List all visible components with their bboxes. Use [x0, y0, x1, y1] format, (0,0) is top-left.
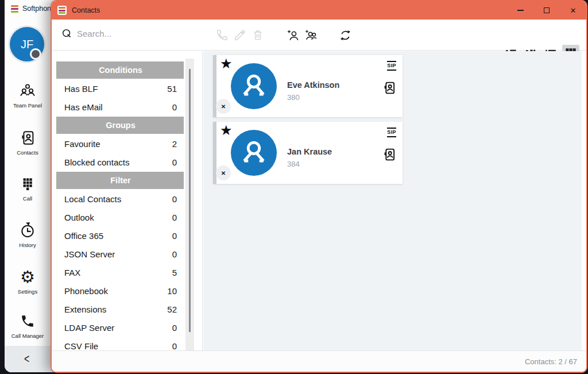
filter-row[interactable]: Blocked contacts 0 [56, 153, 184, 171]
close-button[interactable]: ✕ [560, 1, 586, 20]
filter-row[interactable]: Extensions 52 [56, 300, 184, 318]
filter-label: Has BLF [64, 84, 167, 94]
window-logo-icon [57, 6, 67, 15]
maximize-icon [544, 7, 550, 13]
favourite-star-icon[interactable]: ★ [220, 56, 233, 72]
contacts-icon [19, 129, 36, 146]
filter-row[interactable]: JSON Server 0 [56, 245, 184, 263]
filter-row[interactable]: Local Contacts 0 [56, 190, 184, 207]
search-icon [62, 29, 72, 38]
sidebar-item-label: History [5, 242, 51, 248]
remove-favourite-button[interactable]: ✕ [216, 99, 231, 114]
contacts-window: Contacts ✕ [51, 0, 587, 373]
toolbar-action[interactable] [304, 29, 317, 41]
sidebar-item[interactable]: History [5, 221, 51, 248]
collapse-chevron-icon: < [24, 352, 29, 366]
sidebar-item[interactable]: Team Panel [5, 82, 51, 109]
sidebar-item[interactable]: Call Manager [5, 312, 51, 339]
toolbar [52, 20, 586, 51]
filter-label: Conditions [99, 65, 142, 75]
contact-card[interactable]: ★ Jan Krause 384 SIP [213, 122, 403, 184]
sidebar-item-label: Team Panel [5, 102, 51, 109]
filter-count: 0 [172, 194, 177, 204]
sidebar-item-label: Settings [5, 288, 51, 295]
toolbar-action[interactable] [287, 29, 299, 41]
contact-avatar [231, 130, 277, 176]
app-logo-icon [11, 5, 18, 13]
team-panel-icon [19, 82, 36, 99]
history-icon [19, 222, 36, 239]
filter-scrollbar-track[interactable] [185, 59, 194, 353]
search-box[interactable] [62, 29, 186, 38]
contact-details-icon[interactable] [382, 80, 397, 95]
filter-row[interactable]: Outlook 0 [56, 209, 184, 226]
contact-number: 380 [287, 93, 300, 102]
dialpad-icon [20, 176, 36, 192]
maximize-button[interactable] [533, 1, 560, 20]
filter-label: Filter [110, 176, 130, 185]
sidebar-item[interactable]: ⚙ Settings [5, 268, 51, 295]
add-contact-icon [287, 29, 299, 42]
filter-scrollbar-thumb[interactable] [189, 69, 191, 332]
filter-count: 0 [172, 249, 177, 259]
filter-row[interactable]: Office 365 0 [56, 227, 184, 244]
remove-favourite-button[interactable]: ✕ [216, 165, 231, 180]
filter-count: 0 [172, 213, 177, 222]
contacts-content: ★ Eve Atkinson 380 SIP [203, 51, 582, 350]
person-icon [239, 71, 269, 101]
sip-badge: SIP [387, 61, 396, 71]
search-input[interactable] [77, 29, 186, 38]
refresh-icon [339, 29, 351, 42]
minimize-icon [517, 10, 524, 10]
trash-icon [252, 29, 264, 41]
filter-count: 5 [172, 268, 177, 277]
filter-row[interactable]: Phonebook 10 [56, 282, 184, 299]
person-icon [239, 138, 269, 168]
filter-count: 0 [172, 157, 177, 167]
toolbar-action[interactable] [252, 29, 264, 41]
call-icon [216, 29, 229, 41]
sidebar-item-label: Call [5, 195, 51, 202]
toolbar-action[interactable] [339, 29, 351, 41]
filter-row[interactable]: Favourite 2 [56, 135, 184, 152]
edit-pencil-icon [234, 29, 246, 41]
filter-row: Conditions [56, 61, 184, 79]
window-controls: ✕ [507, 1, 586, 20]
toolbar-actions [216, 29, 351, 41]
sidebar-item-label: Call Manager [5, 333, 51, 339]
minimize-button[interactable] [507, 1, 533, 20]
gear-icon: ⚙ [20, 268, 35, 286]
sidebar-item[interactable]: Call [5, 175, 51, 202]
filter-label: Phonebook [64, 286, 167, 296]
toolbar-action[interactable] [234, 29, 246, 41]
contact-details-icon[interactable] [382, 147, 397, 162]
contacts-count-status: Contacts: 2 / 67 [525, 357, 577, 366]
filter-row: Groups [56, 117, 184, 134]
add-group-icon [304, 29, 317, 42]
presence-status-dot[interactable] [30, 48, 41, 60]
filter-label: LDAP Server [64, 323, 172, 333]
filter-label: Office 365 [64, 231, 172, 241]
filter-label: Has eMail [64, 102, 172, 112]
filter-row[interactable]: FAX 5 [56, 264, 184, 281]
sidebar-item[interactable]: Contacts [5, 129, 51, 156]
filter-row[interactable]: LDAP Server 0 [56, 319, 184, 336]
filter-count: 0 [172, 231, 177, 241]
statusbar: Contacts: 2 / 67 [52, 350, 586, 372]
filter-label: Blocked contacts [64, 157, 172, 167]
window-title: Contacts [72, 6, 100, 14]
titlebar[interactable]: Contacts ✕ [52, 1, 586, 20]
favourite-star-icon[interactable]: ★ [220, 122, 233, 138]
filter-count: 0 [172, 341, 177, 351]
avatar-initials: JF [21, 38, 33, 51]
contact-card[interactable]: ★ Eve Atkinson 380 SIP [213, 55, 403, 117]
filter-count: 10 [167, 286, 177, 296]
filter-count: 2 [172, 139, 177, 149]
filter-count: 51 [167, 84, 177, 94]
toolbar-action[interactable] [216, 29, 229, 41]
filter-row[interactable]: Has BLF 51 [56, 80, 184, 97]
filter-row[interactable]: Has eMail 0 [56, 98, 184, 115]
filter-label: Extensions [64, 304, 167, 314]
contact-name: Eve Atkinson [287, 80, 339, 90]
contact-avatar [231, 63, 277, 109]
